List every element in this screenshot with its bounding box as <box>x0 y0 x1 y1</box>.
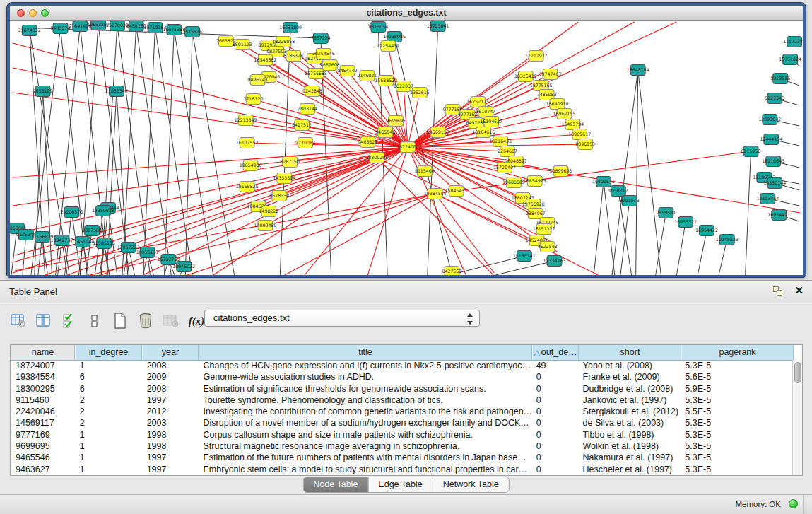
graph-node[interactable]: 16409542 <box>592 177 615 187</box>
graph-node[interactable]: 16033809 <box>279 23 302 33</box>
table-settings-icon[interactable] <box>10 313 27 329</box>
column-header-year[interactable]: year <box>142 345 199 360</box>
table-chooser-dropdown[interactable]: citations_edges.txt <box>204 310 480 327</box>
column-header-name[interactable]: name <box>11 345 75 360</box>
graph-node[interactable]: 16752175 <box>466 97 489 107</box>
graph-node[interactable]: 8466160 <box>126 21 146 32</box>
graph-node[interactable]: 9227343 <box>765 93 784 104</box>
graph-node[interactable]: 15135141 <box>513 251 536 262</box>
edge[interactable] <box>676 222 686 275</box>
graph-node[interactable]: 9242848 <box>302 86 322 97</box>
edge[interactable] <box>42 237 48 275</box>
edge-selected[interactable] <box>13 43 408 147</box>
float-panel-icon[interactable] <box>773 286 784 296</box>
graph-node[interactable]: 13942737 <box>51 235 73 246</box>
graph-node[interactable]: 2204607 <box>498 146 517 157</box>
graph-node[interactable]: 9329966 <box>770 74 790 84</box>
graph-node[interactable]: 9146821 <box>357 71 377 81</box>
graph-node[interactable]: 7857224 <box>311 33 331 44</box>
column-header-in_degree[interactable]: in_degree <box>75 345 142 360</box>
edge[interactable] <box>192 32 235 275</box>
graph-node[interactable]: 18969617 <box>568 129 591 140</box>
edge-selected[interactable] <box>283 194 435 275</box>
citation-graph[interactable]: 2187403294055742769140610653287152760238… <box>10 21 803 275</box>
table-row[interactable]: 946362711997Embryonic stem cells: a mode… <box>11 464 792 475</box>
network-canvas[interactable]: 2187403294055742769140610653287152760238… <box>10 21 803 275</box>
table-row[interactable]: 911546021997Tourette syndrome. Phenomeno… <box>11 395 792 406</box>
edge[interactable] <box>280 28 290 275</box>
graph-node[interactable]: 15845455 <box>445 186 468 197</box>
column-header-short[interactable]: short <box>579 345 681 360</box>
graph-node[interactable]: 9465546 <box>375 127 395 138</box>
edge-selected[interactable] <box>13 147 408 262</box>
graph-node[interactable]: 21874032 <box>18 25 41 36</box>
graph-node[interactable]: 2653109 <box>33 86 53 97</box>
edge[interactable] <box>612 70 638 275</box>
graph-node[interactable]: 8813054 <box>368 22 388 33</box>
graph-node[interactable]: 16654923 <box>524 176 546 187</box>
column-header-pagerank[interactable]: pagerank <box>681 345 794 360</box>
edge-selected[interactable] <box>435 194 494 273</box>
edge-selected[interactable] <box>408 147 466 275</box>
graph-node[interactable]: 15495794 <box>561 119 584 130</box>
table-row[interactable]: 969969511998Structural magnetic resonanc… <box>11 440 792 452</box>
edge-selected[interactable] <box>377 158 494 275</box>
graph-node[interactable]: 12093832 <box>758 115 781 125</box>
edge[interactable] <box>655 213 666 275</box>
tab-node-table[interactable]: Node Table <box>303 477 368 492</box>
graph-node[interactable]: 8215958 <box>741 146 761 157</box>
graph-node[interactable]: 14353594 <box>273 173 295 184</box>
graph-node[interactable]: 16962155 <box>553 109 576 119</box>
graph-node[interactable]: 4522543 <box>538 242 558 252</box>
new-document-icon[interactable] <box>112 313 129 329</box>
table-row[interactable]: 977716911998Corpus callosum shape and si… <box>11 429 792 440</box>
edge-selected[interactable] <box>367 147 408 275</box>
graph-node[interactable]: 9958317 <box>608 186 628 197</box>
graph-node[interactable]: 9699695 <box>386 116 406 127</box>
graph-node[interactable]: 12505135 <box>93 238 115 249</box>
graph-node[interactable]: 16953312 <box>674 217 697 228</box>
graph-node[interactable]: 8186328 <box>283 51 303 62</box>
graph-node[interactable]: 9115460 <box>415 166 435 177</box>
close-panel-icon[interactable]: ✕ <box>794 284 804 297</box>
minimize-window-icon[interactable] <box>29 9 37 17</box>
table-row[interactable]: 1830029562008Estimation of significance … <box>11 383 792 395</box>
table-row[interactable]: 1938455462009Genome-wide association stu… <box>11 371 792 382</box>
graph-node[interactable]: 8096953 <box>575 139 595 150</box>
graph-node[interactable]: 8427552 <box>442 267 462 276</box>
edge[interactable] <box>38 237 42 275</box>
select-rows-check-icon[interactable] <box>61 313 78 329</box>
edge[interactable] <box>35 91 43 275</box>
graph-node[interactable]: 8267150 <box>280 157 300 168</box>
edge[interactable] <box>638 70 661 275</box>
edge[interactable] <box>746 151 751 275</box>
table-row[interactable]: 2242004622012Investigating the contribut… <box>11 406 792 417</box>
table-row[interactable]: 1456911722003Disruption of a novel membe… <box>11 417 792 428</box>
graph-node[interactable]: 16107552 <box>236 138 259 148</box>
graph-node[interactable]: 9959591 <box>656 208 676 218</box>
graph-node[interactable]: 2718120 <box>244 94 264 105</box>
graph-node[interactable]: 1498222 <box>259 206 278 217</box>
column-header-title[interactable]: title <box>199 345 532 360</box>
vertical-scrollbar[interactable] <box>792 360 802 475</box>
edge-selected[interactable] <box>13 93 408 147</box>
graph-node[interactable]: 18325419 <box>514 71 537 82</box>
table-row[interactable]: 946554611997Estimation of the future num… <box>11 452 792 463</box>
edge[interactable] <box>698 230 707 275</box>
graph-node[interactable]: 16210643 <box>762 156 784 167</box>
graph-node[interactable]: 9405574 <box>51 23 71 34</box>
graph-node[interactable]: 9170083 <box>295 138 315 148</box>
edge-selected[interactable] <box>435 194 599 275</box>
graph-node[interactable]: 14099489 <box>254 221 277 231</box>
scrollbar-thumb[interactable] <box>794 362 801 383</box>
edge[interactable] <box>636 70 638 275</box>
graph-node[interactable]: 15751024 <box>779 54 801 65</box>
graph-node[interactable]: 8427512 <box>292 120 312 131</box>
row-height-icon[interactable] <box>86 313 103 329</box>
graph-node[interactable]: 16954421 <box>767 210 790 221</box>
graph-node[interactable]: 8601123 <box>233 40 252 50</box>
tab-edge-table[interactable]: Edge Table <box>368 477 433 492</box>
graph-node[interactable]: 15723041 <box>427 21 449 32</box>
zoom-window-icon[interactable] <box>41 9 49 17</box>
delete-trash-icon[interactable] <box>137 313 154 329</box>
